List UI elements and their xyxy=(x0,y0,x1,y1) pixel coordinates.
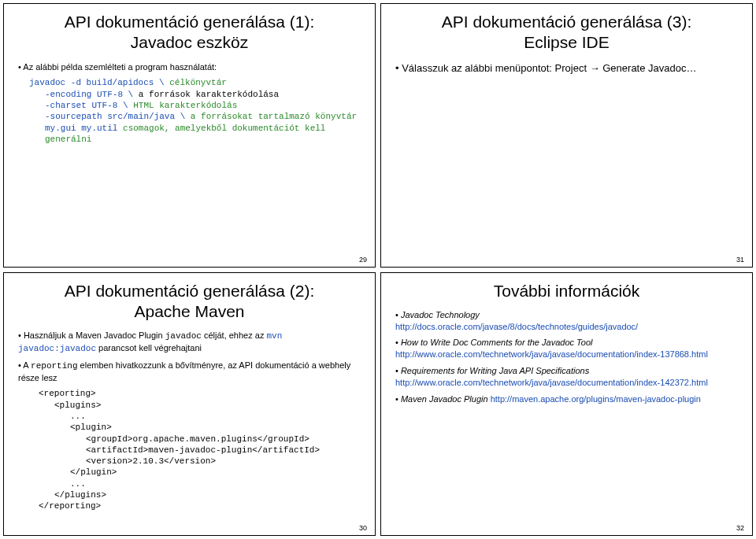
slide-body: Használjuk a Maven Javadoc Plugin javado… xyxy=(15,330,364,512)
slide-31: API dokumentáció generálása (3): Eclipse… xyxy=(380,3,753,268)
resource-title: How to Write Doc Comments for the Javado… xyxy=(401,338,593,347)
page-number: 30 xyxy=(359,524,367,532)
page-number: 32 xyxy=(736,524,744,532)
slide-body: Válasszuk az alábbi menüpontot: Project … xyxy=(392,61,741,76)
resource-title: Javadoc Technology xyxy=(401,310,480,319)
resource-title: Requirements for Writing Java API Specif… xyxy=(401,366,589,375)
bullet: How to Write Doc Comments for the Javado… xyxy=(395,337,741,360)
slide-body: Az alábbi példa szemlélteti a program ha… xyxy=(15,61,364,146)
title-line-2: Javadoc eszköz xyxy=(131,33,248,51)
page-number: 31 xyxy=(736,256,744,264)
resource-link[interactable]: http://www.oracle.com/technetwork/java/j… xyxy=(395,349,708,359)
slide-title: API dokumentáció generálása (3): Eclipse… xyxy=(392,12,741,54)
bullet: A reporting elemben hivatkozzunk a bővít… xyxy=(18,360,364,384)
bullet: Requirements for Writing Java API Specif… xyxy=(395,365,741,389)
slide-body: Javadoc Technology http://docs.oracle.co… xyxy=(392,309,741,405)
slide-title: További információk xyxy=(392,281,741,301)
slide-title: API dokumentáció generálása (2): Apache … xyxy=(15,281,364,323)
bullet: Az alábbi példa szemlélteti a program ha… xyxy=(18,61,364,73)
resource-title: Maven Javadoc Plugin xyxy=(401,394,491,404)
bullet: Használjuk a Maven Javadoc Plugin javado… xyxy=(18,330,364,355)
slide-30: API dokumentáció generálása (2): Apache … xyxy=(3,272,376,537)
resource-link[interactable]: http://www.oracle.com/technetwork/java/j… xyxy=(395,378,708,387)
code-block: <reporting> <plugins> ... <plugin> <grou… xyxy=(15,388,364,511)
bullet: Válasszuk az alábbi menüpontot: Project … xyxy=(395,61,741,76)
bullet: Maven Javadoc Plugin http://maven.apache… xyxy=(395,393,741,405)
page-number: 29 xyxy=(359,256,367,264)
title-line-2: Apache Maven xyxy=(134,302,244,320)
slide-title: API dokumentáció generálása (1): Javadoc… xyxy=(15,12,364,54)
title-line-1: API dokumentáció generálása (2): xyxy=(65,282,315,300)
title-line-2: Eclipse IDE xyxy=(524,33,610,51)
slide-29: API dokumentáció generálása (1): Javadoc… xyxy=(3,3,376,268)
resource-link[interactable]: http://maven.apache.org/plugins/maven-ja… xyxy=(491,394,701,404)
title-line-1: API dokumentáció generálása (3): xyxy=(442,13,692,31)
resource-link[interactable]: http://docs.oracle.com/javase/8/docs/tec… xyxy=(395,322,638,331)
title-line-1: API dokumentáció generálása (1): xyxy=(65,13,315,31)
bullet: Javadoc Technology http://docs.oracle.co… xyxy=(395,309,741,333)
slide-32: További információk Javadoc Technology h… xyxy=(380,272,753,537)
code-block: javadoc -d build/apidocs \ célkönyvtár -… xyxy=(15,77,364,145)
